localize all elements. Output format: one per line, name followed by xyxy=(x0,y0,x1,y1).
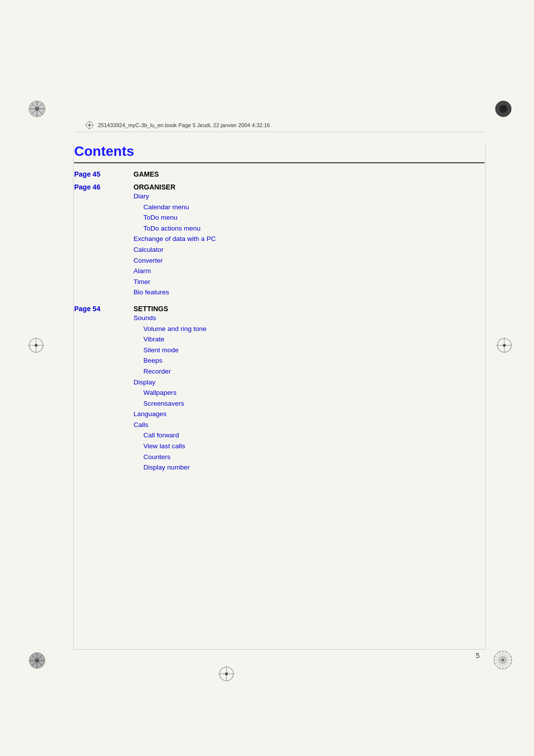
toc-item-languages[interactable]: Languages xyxy=(134,409,485,420)
toc-item-sounds[interactable]: Sounds xyxy=(134,313,485,324)
toc-item-exchange-data[interactable]: Exchange of data with a PC xyxy=(134,234,485,244)
section-heading-games: GAMES xyxy=(134,170,159,178)
toc-item-view-last-calls[interactable]: View last calls xyxy=(134,441,485,452)
page: 251433924_myC-3b_lu_en.book Page 5 Jeudi… xyxy=(0,0,534,756)
vline-left xyxy=(73,143,74,650)
toc-item-diary[interactable]: Diary xyxy=(134,191,485,202)
toc-item-display-number[interactable]: Display number xyxy=(134,462,485,473)
reg-mark-mid-right xyxy=(495,336,513,356)
toc-item-beeps[interactable]: Beeps xyxy=(134,355,485,366)
toc-item-screensavers[interactable]: Screensavers xyxy=(134,398,485,409)
reg-mark-bottom-left xyxy=(27,651,47,672)
toc-item-calendar-menu[interactable]: Calendar menu xyxy=(134,202,485,213)
svg-point-26 xyxy=(35,659,39,662)
svg-point-30 xyxy=(225,672,228,675)
toc-item-alarm[interactable]: Alarm xyxy=(134,266,485,277)
page-label-settings: Page 54 xyxy=(74,305,100,313)
toc-item-volume-ringtone[interactable]: Volume and ring tone xyxy=(134,324,485,334)
reg-mark-top-left xyxy=(27,99,47,120)
toc-item-bio-features[interactable]: Bio features xyxy=(134,287,485,298)
toc-item-wallpapers[interactable]: Wallpapers xyxy=(134,387,485,398)
page-label-games: Page 45 xyxy=(74,170,100,178)
file-info-bar: 251433924_myC-3b_lu_en.book Page 5 Jeudi… xyxy=(85,121,270,130)
page-label-organiser: Page 46 xyxy=(74,183,100,191)
reg-mark-mid-left xyxy=(27,336,45,356)
svg-point-16 xyxy=(35,344,38,347)
toc-item-converter[interactable]: Converter xyxy=(134,255,485,266)
toc-item-call-forward[interactable]: Call forward xyxy=(134,430,485,441)
table-row: Page 45 GAMES xyxy=(74,169,485,179)
toc-table: Page 45 GAMES Page 46 ORGANISER xyxy=(74,169,485,474)
section-heading-organiser: ORGANISER xyxy=(134,183,176,191)
vline-right xyxy=(485,143,486,650)
toc-item-calculator[interactable]: Calculator xyxy=(134,244,485,255)
svg-point-41 xyxy=(501,659,504,662)
table-row-spacer xyxy=(74,299,485,304)
svg-point-12 xyxy=(89,124,90,126)
page-number: 5 xyxy=(476,652,480,660)
svg-point-6 xyxy=(35,107,39,111)
toc-item-silent-mode[interactable]: Silent mode xyxy=(134,345,485,356)
table-row: Page 54 SETTINGS Sounds Volume and ring … xyxy=(74,304,485,474)
section-heading-settings: SETTINGS xyxy=(134,305,168,313)
toc-item-calls[interactable]: Calls xyxy=(134,420,485,430)
reg-mark-bottom-right xyxy=(492,650,513,672)
toc-item-counters[interactable]: Counters xyxy=(134,452,485,463)
toc-item-todo-menu[interactable]: ToDo menu xyxy=(134,212,485,223)
reg-mark-top-right xyxy=(493,99,513,120)
toc-item-recorder[interactable]: Recorder xyxy=(134,366,485,377)
svg-point-8 xyxy=(499,105,507,113)
toc-item-vibrate[interactable]: Vibrate xyxy=(134,334,485,345)
toc-item-timer[interactable]: Timer xyxy=(134,277,485,287)
table-row: Page 46 ORGANISER Diary Calendar menu To… xyxy=(74,182,485,299)
header-rule xyxy=(74,132,485,132)
bottom-rule xyxy=(74,649,485,650)
toc-content: Contents Page 45 GAMES xyxy=(74,143,485,642)
toc-item-todo-actions-menu[interactable]: ToDo actions menu xyxy=(134,223,485,234)
reg-mark-bottom-mid xyxy=(218,665,235,684)
svg-point-20 xyxy=(503,344,506,347)
file-info-text: 251433924_myC-3b_lu_en.book Page 5 Jeudi… xyxy=(98,122,270,128)
page-title: Contents xyxy=(74,143,485,163)
toc-item-display[interactable]: Display xyxy=(134,377,485,388)
